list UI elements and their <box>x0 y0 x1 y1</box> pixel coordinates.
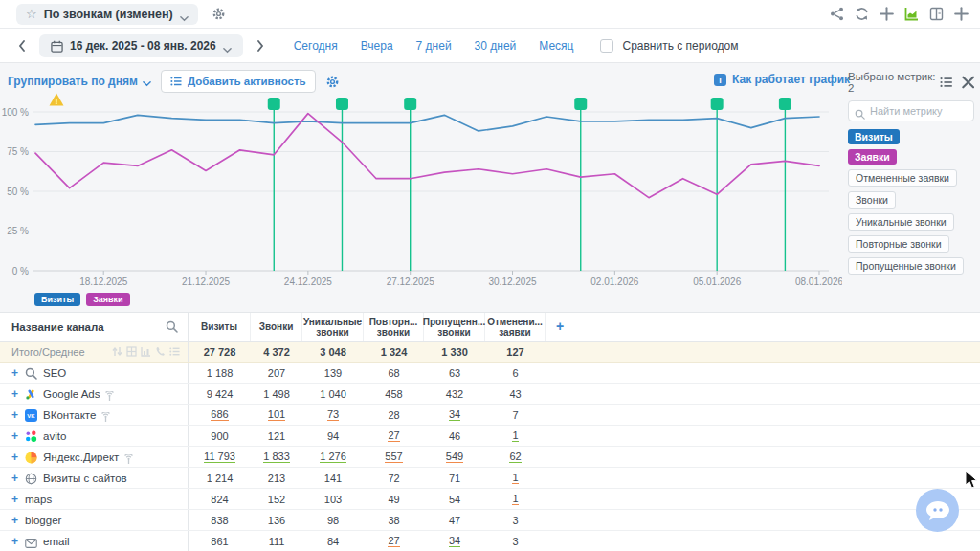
column-header[interactable]: Пропущенн... звонки <box>424 313 485 341</box>
row-spacer <box>546 363 574 383</box>
metric-value[interactable]: 34 <box>424 405 485 425</box>
row-spacer <box>546 384 574 404</box>
expand-row-button[interactable]: + <box>11 408 18 422</box>
metric-value[interactable]: 27 <box>364 426 424 446</box>
column-header[interactable]: Визиты <box>189 313 251 341</box>
quick-period-link[interactable]: Сегодня <box>294 39 338 53</box>
report-settings-gear-icon[interactable] <box>212 7 226 21</box>
legend-chip[interactable]: Заявки <box>86 293 129 306</box>
table-row[interactable]: +Визиты с сайтов1 21421314172711 <box>0 468 980 489</box>
channel-name[interactable]: Google Ads <box>43 388 100 400</box>
date-range-picker[interactable]: 16 дек. 2025 - 08 янв. 2026 <box>39 34 243 57</box>
table-row[interactable]: +Яндекс.Директ11 7931 8331 27655754962 <box>0 447 980 468</box>
share-icon[interactable] <box>830 7 844 21</box>
quick-period-link[interactable]: 7 дней <box>416 39 452 53</box>
expand-row-button[interactable]: + <box>11 430 18 443</box>
table-row[interactable]: +maps82415210349541 <box>0 489 980 510</box>
table-row[interactable]: +blogger8381369838473 <box>0 510 980 531</box>
metric-value: 213 <box>251 468 302 488</box>
channel-name[interactable]: ВКонтакте <box>43 409 96 421</box>
add-activity-button[interactable]: Добавить активность <box>161 70 316 93</box>
table-row[interactable]: +Google Ads9 4241 4981 04045843243 <box>0 384 980 405</box>
group-by-dropdown[interactable]: Группировать по дням <box>8 75 151 88</box>
metric-chip[interactable]: Уникальные звонки <box>848 213 954 231</box>
close-icon[interactable] <box>962 76 974 89</box>
channel-name[interactable]: email <box>43 536 69 547</box>
metric-chip-selected[interactable]: Визиты <box>848 129 900 144</box>
grid-icon[interactable] <box>126 346 137 357</box>
expand-row-button[interactable]: + <box>11 535 18 548</box>
metric-value[interactable]: 686 <box>189 405 251 425</box>
expand-row-button[interactable]: + <box>11 366 18 380</box>
channel-name[interactable]: maps <box>25 494 52 505</box>
phone-icon[interactable] <box>155 346 166 357</box>
table-row[interactable]: +email8611118427343 <box>0 531 980 551</box>
metric-chip[interactable]: Пропущенные звонки <box>848 257 964 275</box>
table-row[interactable]: +SEO1 18820713968636 <box>0 363 980 384</box>
metric-value[interactable]: 62 <box>485 447 546 467</box>
metric-value[interactable]: 1 276 <box>302 447 364 467</box>
quick-period-link[interactable]: Месяц <box>539 39 573 53</box>
quick-period-link[interactable]: Вчера <box>361 39 393 53</box>
metric-value[interactable]: 73 <box>302 405 364 425</box>
chart-icon[interactable] <box>904 7 919 21</box>
sort-icon[interactable] <box>112 346 122 357</box>
column-header[interactable]: Уникальные звонки <box>302 313 364 341</box>
search-icon[interactable] <box>880 7 894 21</box>
legend-chip[interactable]: Визиты <box>34 293 80 306</box>
expand-row-button[interactable]: + <box>11 451 18 464</box>
metric-value[interactable]: 1 <box>485 468 546 488</box>
chart-canvas[interactable]: 0 %25 %50 %75 %100 %18.12.202521.12.2025… <box>0 92 842 297</box>
channel-name[interactable]: SEO <box>43 367 66 379</box>
channel-name[interactable]: blogger <box>25 515 61 526</box>
list-icon[interactable] <box>169 346 180 357</box>
metric-value: 94 <box>302 426 364 446</box>
channel-name[interactable]: Яндекс.Директ <box>43 452 119 463</box>
channel-name[interactable]: avito <box>43 430 66 442</box>
compare-with-period: Сравнить с периодом <box>600 39 738 53</box>
next-period-button[interactable] <box>250 35 271 56</box>
chart-settings-gear-icon[interactable] <box>325 75 340 89</box>
expand-row-button[interactable]: + <box>11 493 18 506</box>
star-icon[interactable]: ☆ <box>26 8 37 20</box>
column-header[interactable]: Повторн... звонки <box>364 313 424 341</box>
add-icon[interactable] <box>954 7 969 21</box>
metric-value[interactable]: 84 <box>302 531 364 551</box>
metric-value[interactable]: 34 <box>424 531 485 551</box>
expand-row-button[interactable]: + <box>11 514 18 527</box>
search-icon[interactable] <box>166 320 178 333</box>
metric-value[interactable]: 557 <box>364 447 424 467</box>
metric-value[interactable]: 1 833 <box>251 447 302 467</box>
channel-name[interactable]: Визиты с сайтов <box>43 473 127 484</box>
how-chart-works-link[interactable]: i Как работает график <box>714 73 850 86</box>
bars-icon[interactable] <box>141 346 151 357</box>
report-title-pill[interactable]: ☆ По звонкам (изменен) <box>16 4 198 25</box>
table-row[interactable]: +VKВКонтакте6861017328347 <box>0 405 980 426</box>
metric-search-input[interactable] <box>870 105 966 117</box>
column-header[interactable]: Отменени... заявки <box>485 313 546 341</box>
metric-chip[interactable]: Повторные звонки <box>848 235 949 253</box>
metric-chip[interactable]: Звонки <box>848 191 896 209</box>
table-row[interactable]: +avito9001219427461 <box>0 426 980 447</box>
expand-row-button[interactable]: + <box>11 387 18 401</box>
metric-value[interactable]: 11 793 <box>189 447 251 467</box>
column-header-channel[interactable]: Название канала <box>0 313 189 341</box>
metric-value[interactable]: 101 <box>251 405 302 425</box>
metric-value[interactable]: 1 <box>485 489 546 509</box>
metrics-list-icon[interactable] <box>940 76 952 89</box>
metric-value[interactable]: 1 <box>485 426 546 446</box>
metric-value[interactable]: 549 <box>424 447 485 467</box>
expand-row-button[interactable]: + <box>11 472 18 485</box>
metric-chip[interactable]: Отмененные заявки <box>848 169 957 187</box>
column-header[interactable]: Звонки <box>251 313 302 341</box>
svg-text:25 %: 25 % <box>7 226 29 236</box>
quick-period-link[interactable]: 30 дней <box>475 39 517 53</box>
metric-chip-selected[interactable]: Заявки <box>848 149 897 165</box>
refresh-icon[interactable] <box>855 7 869 21</box>
compare-checkbox[interactable] <box>600 39 613 53</box>
add-column-button[interactable]: + <box>546 313 574 341</box>
metric-value[interactable]: 27 <box>364 531 424 551</box>
prev-period-button[interactable] <box>11 35 33 56</box>
support-chat-button[interactable] <box>916 489 959 532</box>
report-icon[interactable] <box>929 7 944 21</box>
